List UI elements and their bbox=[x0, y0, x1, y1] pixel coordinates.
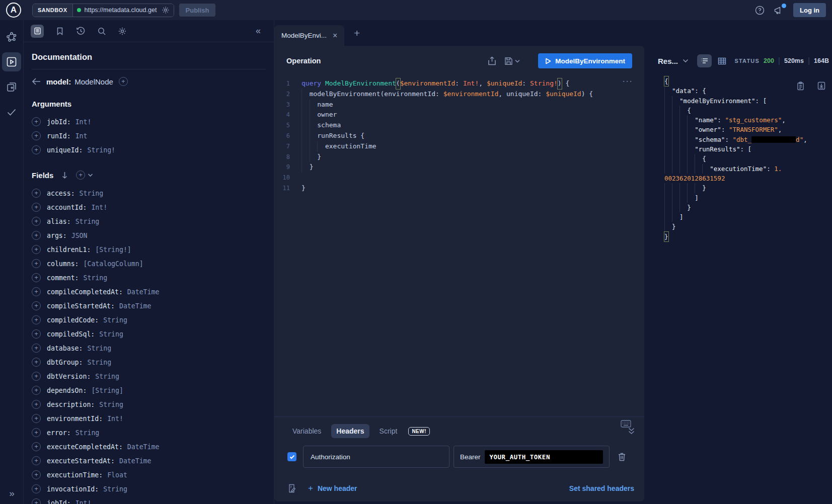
save-options-chevron-down-icon[interactable] bbox=[515, 59, 520, 63]
add-field-to-query-icon[interactable]: + bbox=[32, 344, 41, 353]
operation-menu-ellipsis-icon[interactable]: ··· bbox=[623, 77, 633, 86]
field-type[interactable]: String bbox=[87, 359, 111, 366]
collapse-docs-icon[interactable]: « bbox=[256, 26, 267, 36]
field-name[interactable]: accountId: bbox=[47, 204, 87, 211]
response-json[interactable]: {"data": {"modelByEnvironment": [{"name"… bbox=[664, 76, 830, 241]
add-field-to-query-icon[interactable]: + bbox=[32, 217, 41, 226]
add-field-to-query-icon[interactable]: + bbox=[32, 203, 41, 212]
header-name-input[interactable]: Authorization bbox=[303, 446, 449, 468]
field-type-link[interactable]: ModelNode bbox=[74, 77, 113, 86]
response-dropdown-chevron-icon[interactable] bbox=[683, 59, 689, 63]
run-operation-button[interactable]: ModelByEnvironment bbox=[538, 53, 632, 68]
field-type[interactable]: Int! bbox=[75, 118, 92, 126]
login-button[interactable]: Log in bbox=[793, 3, 826, 17]
field-type[interactable]: String bbox=[75, 429, 100, 437]
add-field-to-query-icon[interactable]: + bbox=[32, 456, 41, 465]
announcements-megaphone-icon[interactable] bbox=[774, 6, 784, 15]
endpoint-url-box[interactable]: https://metadata.cloud.get bbox=[73, 4, 174, 17]
add-field-to-query-icon[interactable]: + bbox=[32, 358, 41, 367]
new-tab-icon[interactable]: + bbox=[354, 27, 360, 39]
history-icon[interactable] bbox=[76, 26, 86, 36]
field-name[interactable]: childrenL1: bbox=[47, 246, 91, 254]
field-type[interactable]: DateTime bbox=[119, 457, 152, 465]
close-tab-icon[interactable]: × bbox=[333, 31, 337, 40]
field-name[interactable]: jobId: bbox=[47, 118, 71, 126]
field-name[interactable]: executionTime: bbox=[47, 471, 103, 479]
field-name[interactable]: comment: bbox=[47, 274, 79, 282]
share-operation-icon[interactable] bbox=[488, 56, 496, 65]
field-name[interactable]: compileStartedAt: bbox=[47, 302, 115, 310]
field-type[interactable]: String bbox=[95, 373, 119, 380]
add-fields-chevron-down-icon[interactable] bbox=[88, 173, 93, 177]
field-type[interactable]: String! bbox=[87, 146, 115, 154]
help-icon[interactable] bbox=[755, 6, 765, 15]
field-type[interactable]: [String] bbox=[91, 387, 123, 394]
query-editor[interactable]: 1query ModelByEnvironment($environmentId… bbox=[274, 76, 644, 194]
field-type[interactable]: Int! bbox=[107, 415, 123, 423]
field-type[interactable]: String bbox=[99, 401, 123, 408]
add-field-to-query-icon[interactable]: + bbox=[32, 273, 41, 282]
sidebar-item-schema[interactable] bbox=[2, 27, 21, 46]
add-field-to-query-icon[interactable]: + bbox=[32, 131, 41, 140]
auth-token-redacted[interactable]: YOUR_AUTH_TOKEN bbox=[485, 450, 603, 464]
field-name[interactable]: compileCompletedAt: bbox=[47, 288, 123, 296]
response-panel-title[interactable]: Res... bbox=[658, 57, 678, 65]
field-type[interactable]: String bbox=[87, 345, 111, 352]
add-field-to-query-icon[interactable]: + bbox=[32, 145, 41, 154]
field-name[interactable]: jobId: bbox=[47, 499, 71, 504]
field-type[interactable]: DateTime bbox=[127, 288, 160, 296]
add-field-to-query-icon[interactable]: + bbox=[32, 301, 41, 310]
add-field-to-query-icon[interactable]: + bbox=[32, 386, 41, 395]
collapse-request-panel-icon[interactable] bbox=[628, 428, 635, 435]
new-header-button[interactable]: + New header bbox=[308, 483, 357, 493]
field-name[interactable]: error: bbox=[47, 429, 71, 437]
header-enabled-checkbox[interactable] bbox=[287, 452, 296, 461]
field-name[interactable]: database: bbox=[47, 345, 83, 352]
field-name[interactable]: args: bbox=[47, 232, 67, 239]
field-name[interactable]: columns: bbox=[47, 260, 79, 268]
field-name[interactable]: invocationId: bbox=[47, 485, 99, 493]
add-field-to-query-icon[interactable]: + bbox=[32, 259, 41, 268]
tab-variables[interactable]: Variables bbox=[287, 424, 326, 438]
sidebar-item-explorer[interactable] bbox=[2, 52, 21, 71]
field-type[interactable]: [CatalogColumn] bbox=[84, 260, 143, 268]
field-name[interactable]: dependsOn: bbox=[47, 387, 87, 394]
add-field-to-query-icon[interactable]: + bbox=[32, 231, 41, 240]
endpoint-url[interactable]: https://metadata.cloud.get bbox=[85, 7, 158, 14]
documentation-tab-icon[interactable] bbox=[31, 25, 44, 38]
field-type[interactable]: String bbox=[75, 218, 100, 225]
operation-tab[interactable]: ModelByEnvi... × bbox=[274, 25, 344, 46]
field-name[interactable]: executeCompletedAt: bbox=[47, 443, 123, 451]
add-all-fields-icon[interactable]: + bbox=[76, 171, 85, 180]
field-type[interactable]: Int! bbox=[75, 499, 92, 504]
add-field-to-query-icon[interactable]: + bbox=[32, 315, 41, 324]
add-field-to-query-icon[interactable]: + bbox=[32, 117, 41, 126]
field-name[interactable]: compiledSql: bbox=[47, 330, 95, 338]
add-field-to-query-icon[interactable]: + bbox=[32, 498, 41, 504]
add-field-to-query-icon[interactable]: + bbox=[32, 414, 41, 423]
set-shared-headers-link[interactable]: Set shared headers bbox=[569, 484, 634, 492]
field-name[interactable]: dbtGroup: bbox=[47, 359, 83, 366]
back-arrow-icon[interactable] bbox=[32, 78, 41, 85]
sidebar-expand-icon[interactable]: » bbox=[0, 488, 24, 499]
add-field-to-query-icon[interactable]: + bbox=[32, 484, 41, 493]
field-name[interactable]: environmentId: bbox=[47, 415, 103, 423]
field-type[interactable]: DateTime bbox=[119, 302, 152, 310]
add-field-to-query-icon[interactable]: + bbox=[32, 329, 41, 339]
raw-view-toggle-icon[interactable] bbox=[697, 54, 712, 67]
field-type[interactable]: String bbox=[80, 190, 104, 197]
search-icon[interactable] bbox=[97, 27, 106, 36]
field-type[interactable]: Float bbox=[107, 471, 127, 479]
endpoint-settings-gear-icon[interactable] bbox=[162, 6, 170, 14]
field-name[interactable]: access: bbox=[47, 190, 75, 197]
field-type[interactable]: JSON bbox=[71, 232, 88, 239]
field-name[interactable]: description: bbox=[47, 401, 95, 408]
field-name[interactable]: compiledCode: bbox=[47, 316, 99, 324]
add-field-to-query-icon[interactable]: + bbox=[32, 245, 41, 254]
field-name[interactable]: dbtVersion: bbox=[47, 373, 91, 380]
sidebar-item-checks[interactable] bbox=[2, 103, 21, 122]
saved-operations-bookmark-icon[interactable] bbox=[55, 27, 64, 36]
sort-fields-icon[interactable] bbox=[61, 172, 68, 179]
explorer-settings-gear-icon[interactable] bbox=[118, 27, 127, 36]
field-type[interactable]: String bbox=[103, 485, 127, 493]
